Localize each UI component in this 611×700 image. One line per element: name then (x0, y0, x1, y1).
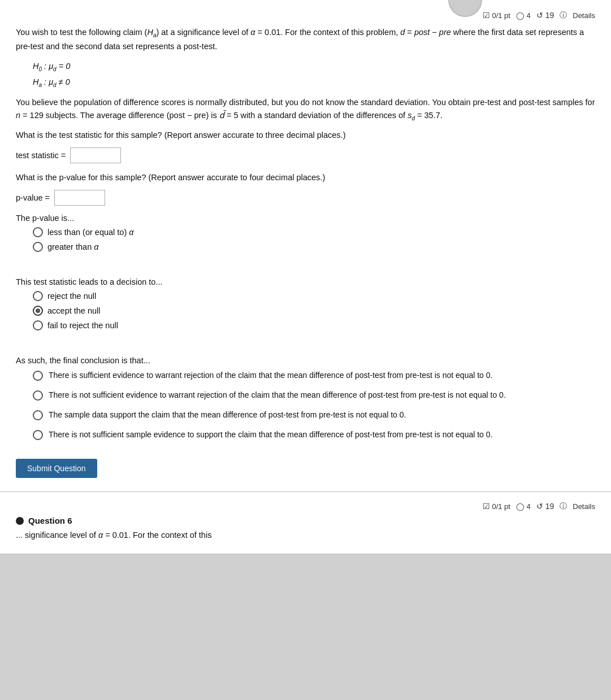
q5-header-bar: ☑ 0/1 pt ◯ 4 ↺ 19 ⓘ Details (16, 10, 595, 20)
conclusion-option-2[interactable]: There is not sufficient evidence to warr… (33, 389, 595, 401)
conclusion-label-2: There is not sufficient evidence to warr… (49, 389, 506, 401)
test-stat-input[interactable] (70, 147, 121, 163)
conclusion-radio-3[interactable] (33, 410, 43, 420)
conclusion-label-4: There is not sufficient sample evidence … (49, 429, 492, 441)
conclusion-option-1[interactable]: There is sufficient evidence to warrant … (33, 369, 595, 381)
q5-test-stat-label: What is the test statistic for this samp… (16, 129, 595, 142)
q6-score: 0/1 pt (492, 502, 510, 511)
q6-header-bar: ☑ 0/1 pt ◯ 4 ↺ 19 ⓘ Details (16, 501, 595, 511)
q6-info-icon: ⓘ (560, 501, 567, 511)
h0-row: H0 : μd = 0 (33, 59, 595, 75)
q6-reload: ↺ 19 (536, 502, 554, 511)
conclusion-label-3: The sample data support the claim that t… (49, 409, 406, 421)
q5-checkbox-icon: ☑ (483, 11, 490, 20)
ha-text: Ha : μd ≠ 0 (33, 77, 70, 86)
conclusion-option-4[interactable]: There is not sufficient sample evidence … (33, 429, 595, 441)
conclusion-radio-2[interactable] (33, 390, 43, 401)
ha-row: Ha : μd ≠ 0 (33, 75, 595, 90)
conclusion-option-3[interactable]: The sample data support the claim that t… (33, 409, 595, 421)
decision-radio-1[interactable] (33, 291, 43, 301)
q6-number: Question 6 (28, 516, 72, 525)
decision-label-2: accept the null (47, 306, 101, 315)
q5-info-icon: ⓘ (560, 10, 567, 20)
q5-score-badge: ☑ 0/1 pt (483, 11, 510, 20)
q6-score-badge: ☑ 0/1 pt (483, 502, 510, 511)
q5-test-stat-row: test statistic = (16, 147, 595, 163)
h0-text: H0 : μd = 0 (33, 62, 70, 71)
test-stat-input-label: test statistic = (16, 151, 66, 160)
q5-conclusion-label: As such, the final conclusion is that... (16, 356, 595, 365)
q6-details-label: Details (573, 502, 595, 511)
pvalue-option-1[interactable]: less than (or equal to) α (33, 227, 595, 237)
decision-radio-group: reject the null accept the null fail to … (33, 291, 595, 331)
decision-label-1: reject the null (47, 292, 96, 301)
decision-option-1[interactable]: reject the null (33, 291, 595, 301)
pvalue-label-1: less than (or equal to) α (47, 228, 134, 237)
pvalue-radio-group: less than (or equal to) α greater than α (33, 227, 595, 252)
q5-score: 0/1 pt (492, 11, 510, 20)
q5-intro-text: You wish to test the following claim (Ha… (16, 26, 595, 53)
q6-bullet (16, 517, 24, 525)
submit-question-button[interactable]: Submit Question (16, 459, 97, 478)
page-container: ☑ 0/1 pt ◯ 4 ↺ 19 ⓘ Details You wish to … (0, 0, 611, 700)
pvalue-radio-2[interactable] (33, 242, 43, 252)
q5-tries: ◯ 4 (516, 11, 531, 20)
decision-option-2[interactable]: accept the null (33, 306, 595, 316)
q6-tries: ◯ 4 (516, 502, 531, 511)
decision-label-3: fail to reject the null (47, 321, 118, 330)
question5-block: ☑ 0/1 pt ◯ 4 ↺ 19 ⓘ Details You wish to … (0, 0, 611, 492)
q6-body-preview: ... significance level of α = 0.01. For … (16, 529, 595, 542)
conclusion-radio-4[interactable] (33, 430, 43, 440)
pvalue-input-label: p-value = (16, 193, 50, 202)
q5-pvalue-label: What is the p-value for this sample? (Re… (16, 171, 595, 184)
q5-reload: ↺ 19 (536, 11, 554, 20)
pvalue-radio-1[interactable] (33, 227, 43, 237)
decision-option-3[interactable]: fail to reject the null (33, 320, 595, 331)
q5-details-label: Details (573, 11, 595, 20)
conclusion-radio-group: There is sufficient evidence to warrant … (33, 369, 595, 441)
decision-radio-3[interactable] (33, 320, 43, 331)
q5-body2-text: You believe the population of difference… (16, 96, 595, 123)
q6-title-row: Question 6 (16, 516, 595, 525)
question6-block: ☑ 0/1 pt ◯ 4 ↺ 19 ⓘ Details Question 6 .… (0, 492, 611, 554)
q5-details-link[interactable]: Details (573, 11, 595, 20)
pvalue-label-2: greater than α (47, 242, 99, 251)
pvalue-option-2[interactable]: greater than α (33, 242, 595, 252)
conclusion-label-1: There is sufficient evidence to warrant … (49, 369, 492, 381)
conclusion-radio-1[interactable] (33, 371, 43, 381)
q5-pvalue-is-label: The p-value is... (16, 214, 595, 223)
q5-pvalue-row: p-value = (16, 190, 595, 206)
pvalue-input[interactable] (54, 190, 105, 206)
q6-details-link[interactable]: Details (573, 502, 595, 511)
q6-checkbox-icon: ☑ (483, 502, 490, 511)
hypothesis-block: H0 : μd = 0 Ha : μd ≠ 0 (33, 59, 595, 90)
q5-decision-label: This test statistic leads to a decision … (16, 277, 595, 286)
decision-radio-2[interactable] (33, 306, 43, 316)
